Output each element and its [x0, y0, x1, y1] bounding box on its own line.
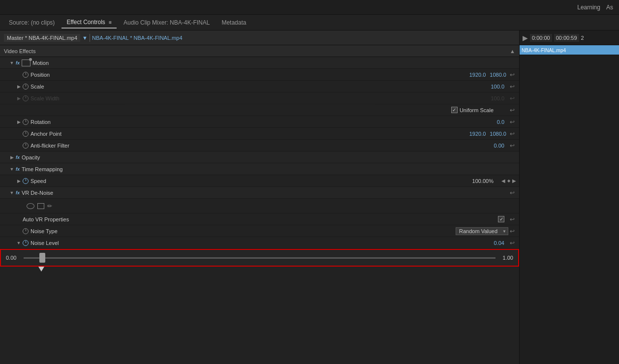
auto-vr-properties-row[interactable]: Auto VR Properties ↩ — [0, 213, 519, 225]
anti-flicker-name: Anti-flicker Filter — [31, 143, 494, 149]
opacity-group-row[interactable]: fx Opacity — [0, 152, 519, 163]
position-row[interactable]: Position 1920.0 1080.0 ↩ — [0, 69, 519, 81]
clip-block[interactable]: NBA-4K-FINAL.mp4 — [520, 45, 619, 55]
assembly-label: As — [606, 4, 613, 11]
timeline-marker: 2 — [581, 35, 584, 41]
speed-toggle[interactable] — [16, 178, 22, 184]
vr-denoise-fx-badge: fx — [16, 190, 20, 195]
rotation-stopwatch[interactable] — [23, 119, 29, 125]
clip-selector-arrow[interactable]: ▼ — [82, 35, 88, 41]
motion-group-row[interactable]: fx Motion — [0, 57, 519, 69]
timeline-play-btn[interactable]: ▶ — [523, 34, 528, 42]
mask-pen-btn[interactable]: ✏ — [47, 203, 52, 210]
slider-cursor-area — [0, 267, 519, 273]
speed-value[interactable]: 100.00% — [472, 178, 494, 184]
uniform-scale-checkbox-container[interactable]: Uniform Scale — [451, 107, 494, 113]
time-end-display: 00:00:59 — [554, 34, 579, 42]
noise-level-value[interactable]: 0.04 — [494, 240, 504, 246]
master-clip-selector[interactable]: Master * NBA-4K-FINAL.mp4 — [4, 34, 80, 42]
clip-name-btn[interactable]: NBA-4K-FINAL * NBA-4K-FINAL.mp4 — [92, 35, 183, 41]
rotation-row[interactable]: Rotation 0.0 ↩ — [0, 116, 519, 128]
noise-type-reset[interactable]: ↩ — [508, 227, 516, 235]
slider-thumb[interactable] — [39, 253, 45, 263]
time-remapping-toggle[interactable] — [9, 166, 15, 172]
rotation-value[interactable]: 0.0 — [497, 119, 504, 125]
scroll-up-btn[interactable]: ▲ — [510, 48, 515, 54]
position-value1[interactable]: 1920.0 — [469, 72, 486, 78]
noise-level-reset[interactable]: ↩ — [508, 239, 516, 247]
uniform-scale-row[interactable]: Uniform Scale ↩ — [0, 104, 519, 116]
rotation-reset[interactable]: ↩ — [508, 118, 516, 126]
opacity-name: Opacity — [22, 154, 516, 160]
noise-type-select[interactable]: Random Valued — [456, 227, 508, 235]
slider-row[interactable]: 0.00 1.00 — [0, 249, 519, 267]
speed-next-btn[interactable]: ▶ — [512, 178, 516, 183]
noise-type-stopwatch[interactable] — [23, 228, 29, 234]
effects-list[interactable]: fx Motion Position 1920.0 1080.0 ↩ Scale — [0, 57, 519, 364]
scale-reset[interactable]: ↩ — [508, 83, 516, 91]
scale-stopwatch[interactable] — [23, 84, 29, 90]
position-value2[interactable]: 1080.0 — [490, 72, 506, 78]
tab-audio-clip-mixer[interactable]: Audio Clip Mixer: NBA-4K-FINAL — [119, 17, 215, 28]
opacity-fx-badge: fx — [16, 155, 20, 160]
uniform-scale-checkbox[interactable] — [451, 107, 458, 113]
noise-level-toggle[interactable] — [16, 240, 22, 246]
scale-value[interactable]: 100.0 — [491, 84, 504, 90]
clip-selector-bar: Master * NBA-4K-FINAL.mp4 ▼ NBA-4K-FINAL… — [0, 30, 519, 45]
auto-vr-checkbox[interactable] — [498, 216, 504, 222]
mask-rect-btn[interactable] — [37, 203, 44, 209]
uniform-scale-reset[interactable]: ↩ — [508, 106, 516, 114]
position-stopwatch[interactable] — [23, 72, 29, 78]
anchor-point-value2[interactable]: 1080.0 — [490, 131, 506, 137]
noise-level-stopwatch[interactable] — [23, 240, 29, 246]
anchor-point-reset[interactable]: ↩ — [508, 130, 516, 138]
rotation-name: Rotation — [31, 119, 497, 125]
anchor-point-row[interactable]: Anchor Point 1920.0 1080.0 ↩ — [0, 128, 519, 140]
speed-diamond[interactable]: ◆ — [507, 179, 510, 183]
scale-width-value: 100.0 — [491, 95, 504, 101]
tab-source[interactable]: Source: (no clips) — [4, 17, 60, 28]
slider-track[interactable] — [24, 257, 495, 259]
vr-denoise-reset[interactable]: ↩ — [508, 189, 516, 197]
opacity-toggle[interactable] — [9, 154, 15, 160]
auto-vr-name: Auto VR Properties — [23, 216, 498, 222]
noise-type-dropdown-wrapper[interactable]: Random Valued — [456, 227, 508, 235]
motion-transform-icon — [22, 60, 31, 66]
vr-denoise-group-row[interactable]: fx VR De-Noise ↩ — [0, 187, 519, 199]
anti-flicker-reset[interactable]: ↩ — [508, 142, 516, 150]
tab-effect-controls[interactable]: Effect Controls ≡ — [62, 17, 117, 29]
time-remapping-fx-badge: fx — [16, 167, 20, 172]
time-remapping-group-row[interactable]: fx Time Remapping — [0, 163, 519, 175]
scale-toggle[interactable] — [16, 84, 22, 90]
auto-vr-reset[interactable]: ↩ — [508, 215, 516, 223]
speed-stopwatch[interactable] — [23, 178, 29, 184]
time-start-display: 0:00:00 — [530, 34, 552, 42]
noise-type-row[interactable]: Noise Type Random Valued ↩ — [0, 225, 519, 237]
content-area: Master * NBA-4K-FINAL.mp4 ▼ NBA-4K-FINAL… — [0, 30, 619, 364]
timeline-tracks — [520, 55, 619, 364]
position-reset[interactable]: ↩ — [508, 71, 516, 79]
mask-icons-row: ✏ — [0, 199, 519, 213]
anti-flicker-stopwatch[interactable] — [23, 143, 29, 149]
scale-width-stopwatch — [23, 95, 29, 101]
speed-row[interactable]: Speed 100.00% ◀ ◆ ▶ — [0, 175, 519, 187]
anchor-point-stopwatch[interactable] — [23, 131, 29, 137]
timeline-ruler: NBA-4K-FINAL.mp4 — [520, 45, 619, 55]
slider-max-label: 1.00 — [499, 255, 513, 261]
mask-ellipse-btn[interactable] — [27, 203, 34, 209]
selector-divider — [90, 34, 90, 42]
scale-width-toggle — [16, 95, 22, 101]
tab-menu-icon[interactable]: ≡ — [109, 20, 112, 25]
motion-name: Motion — [32, 60, 516, 66]
motion-toggle[interactable] — [9, 60, 15, 66]
vr-denoise-toggle[interactable] — [9, 190, 15, 196]
anchor-point-value1[interactable]: 1920.0 — [469, 131, 486, 137]
tab-metadata[interactable]: Metadata — [217, 17, 251, 28]
anti-flicker-value[interactable]: 0.00 — [494, 143, 504, 149]
scale-row[interactable]: Scale 100.0 ↩ — [0, 81, 519, 92]
noise-level-row[interactable]: Noise Level 0.04 ↩ — [0, 237, 519, 249]
position-name: Position — [31, 72, 469, 78]
rotation-toggle[interactable] — [16, 119, 22, 125]
speed-prev-btn[interactable]: ◀ — [501, 178, 505, 183]
anti-flicker-row[interactable]: Anti-flicker Filter 0.00 ↩ — [0, 140, 519, 152]
